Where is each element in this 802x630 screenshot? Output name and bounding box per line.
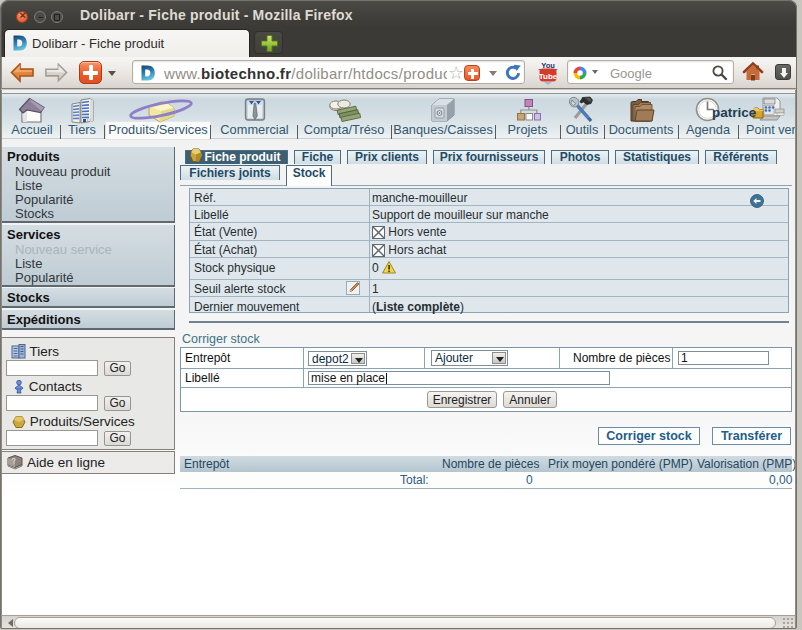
svg-text:Tube: Tube bbox=[539, 72, 558, 81]
svg-text:You: You bbox=[541, 61, 555, 70]
